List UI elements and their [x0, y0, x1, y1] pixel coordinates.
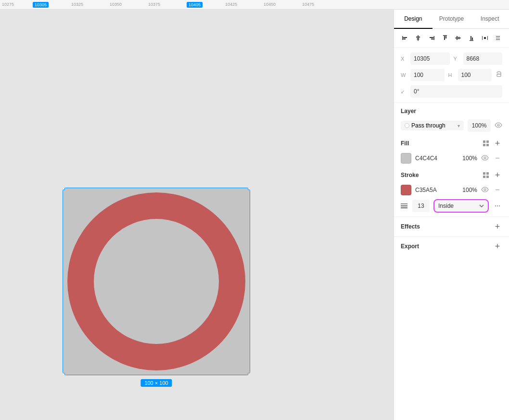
svg-point-28	[497, 124, 499, 126]
fill-actions: +	[481, 139, 502, 148]
export-add-btn[interactable]: +	[493, 242, 502, 251]
svg-rect-37	[486, 176, 489, 178]
ruler-tick-4: 10375	[148, 2, 160, 7]
w-label: W	[401, 72, 407, 78]
rotation-input[interactable]: 0°	[410, 85, 502, 98]
stroke-type-container: Inside	[433, 199, 489, 213]
blend-mode-chevron: ▾	[458, 123, 460, 128]
y-label: Y	[454, 56, 459, 62]
align-middle-v-btn[interactable]	[453, 33, 464, 43]
layer-visibility-icon[interactable]	[495, 122, 502, 129]
ruler-tick-7: 10450	[264, 2, 276, 7]
svg-rect-8	[417, 38, 420, 39]
constrain-icon[interactable]	[496, 70, 502, 80]
distribute-h-btn[interactable]	[480, 33, 490, 43]
canvas-element[interactable]: 100 × 100	[63, 188, 250, 375]
stroke-type-label: Inside	[438, 203, 454, 209]
svg-point-44	[499, 205, 500, 206]
svg-rect-7	[416, 37, 420, 38]
stroke-visibility-icon[interactable]	[481, 186, 489, 194]
svg-point-2	[94, 219, 219, 344]
canvas-shape	[63, 188, 250, 375]
svg-rect-36	[483, 176, 485, 178]
align-bottom-btn[interactable]	[466, 33, 477, 43]
stroke-remove-btn[interactable]: −	[493, 185, 502, 195]
blend-mode-btn[interactable]: Pass through ▾	[401, 121, 464, 130]
svg-rect-4	[403, 37, 407, 38]
stroke-type-dropdown[interactable]: Inside	[433, 199, 489, 213]
canvas-area[interactable]: 100 × 100	[0, 10, 394, 420]
wh-row: W 100 H 100	[401, 69, 502, 81]
svg-rect-26	[496, 39, 500, 40]
svg-point-38	[484, 189, 486, 191]
svg-rect-29	[483, 140, 485, 143]
svg-rect-12	[443, 35, 447, 36]
stroke-more-btn[interactable]	[493, 201, 502, 211]
export-title: Export	[401, 243, 419, 250]
svg-rect-39	[401, 204, 407, 204]
fill-remove-btn[interactable]: −	[493, 153, 502, 163]
layer-opacity-input[interactable]: 100%	[468, 119, 491, 132]
svg-rect-16	[457, 36, 458, 40]
svg-point-43	[497, 205, 498, 206]
svg-rect-10	[430, 37, 433, 38]
stroke-title: Stroke	[401, 172, 419, 178]
effects-actions: +	[493, 222, 502, 231]
blend-mode-label: Pass through	[411, 122, 445, 129]
tab-inspect[interactable]: Inspect	[471, 10, 509, 28]
layer-title: Layer	[401, 108, 416, 115]
svg-rect-19	[471, 36, 471, 40]
layer-section-header: Layer	[394, 103, 509, 117]
svg-rect-3	[402, 36, 403, 40]
align-center-h-btn[interactable]	[413, 33, 424, 43]
stroke-sub-row: 13 Inside	[394, 197, 509, 215]
right-panel: Design Prototype Inspect	[394, 10, 509, 420]
stroke-color-row: C35A5A 100% −	[394, 183, 509, 197]
fill-row: C4C4C4 100% −	[394, 151, 509, 165]
stroke-hex-input[interactable]: C35A5A	[415, 187, 455, 193]
svg-rect-14	[445, 36, 446, 38]
stroke-grid-btn[interactable]	[481, 170, 491, 180]
stroke-weight-input[interactable]: 13	[412, 200, 430, 212]
fill-hex-input[interactable]: C4C4C4	[415, 155, 455, 162]
rotation-label: ↙	[401, 89, 407, 94]
fill-add-btn[interactable]: +	[493, 139, 502, 148]
more-align-btn[interactable]	[493, 33, 503, 43]
svg-point-42	[495, 205, 496, 206]
fill-color-swatch[interactable]	[401, 153, 411, 164]
stroke-actions: +	[481, 170, 502, 180]
stroke-opacity-value[interactable]: 100%	[459, 187, 477, 193]
effects-add-btn[interactable]: +	[493, 222, 502, 231]
svg-rect-22	[487, 36, 488, 40]
fill-opacity-value[interactable]: 100%	[459, 155, 477, 162]
svg-rect-5	[403, 38, 406, 39]
effects-section-header: Effects +	[394, 216, 509, 234]
fill-title: Fill	[401, 140, 409, 147]
align-right-btn[interactable]	[426, 33, 437, 43]
fill-grid-btn[interactable]	[481, 139, 491, 148]
ruler-content: 10275 10305 10325 10350 10375 10405 1042…	[0, 0, 509, 9]
x-input[interactable]: 10305	[410, 52, 450, 65]
y-input[interactable]: 8668	[463, 52, 503, 65]
ruler-tick-6: 10425	[225, 2, 237, 7]
stroke-add-btn[interactable]: +	[493, 170, 502, 180]
svg-rect-24	[496, 38, 500, 38]
align-left-btn[interactable]	[400, 33, 410, 43]
ruler: 10275 10305 10325 10350 10375 10405 1042…	[0, 0, 509, 10]
align-tools	[394, 29, 509, 48]
w-input[interactable]: 100	[410, 69, 445, 81]
svg-rect-18	[470, 40, 473, 41]
stroke-color-swatch[interactable]	[401, 185, 411, 195]
tab-prototype[interactable]: Prototype	[433, 10, 471, 28]
svg-rect-41	[401, 207, 407, 208]
ruler-tick-1: 10305	[33, 2, 49, 8]
main-layout: 100 × 100 Design Prototype Inspect	[0, 10, 509, 420]
fill-visibility-icon[interactable]	[481, 154, 489, 163]
stroke-section-header: Stroke +	[394, 165, 509, 183]
align-top-btn[interactable]	[440, 33, 450, 43]
ruler-tick-8: 10475	[302, 2, 314, 7]
x-label: X	[401, 56, 407, 62]
fill-section-header: Fill +	[394, 134, 509, 151]
tab-design[interactable]: Design	[394, 10, 433, 29]
h-input[interactable]: 100	[458, 69, 492, 81]
